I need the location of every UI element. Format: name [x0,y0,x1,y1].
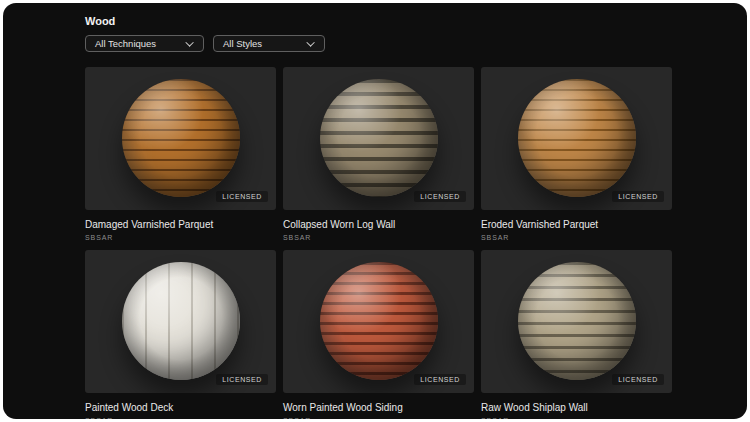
material-title: Collapsed Worn Log Wall [283,219,474,230]
styles-dropdown-value: All Styles [223,38,262,49]
material-sphere-preview [122,79,240,197]
material-sphere-preview [320,79,438,197]
material-title: Damaged Varnished Parquet [85,219,276,230]
material-thumbnail[interactable]: LICENSED [283,250,474,393]
techniques-dropdown-value: All Techniques [95,38,156,49]
styles-dropdown[interactable]: All Styles [213,35,325,52]
material-thumbnail[interactable]: LICENSED [85,67,276,210]
licensed-badge: LICENSED [612,374,664,385]
material-title: Painted Wood Deck [85,402,276,413]
material-format: SBSAR [481,417,672,419]
app-window: Wood All Techniques All Styles LICENSED … [3,3,747,419]
material-format: SBSAR [283,417,474,419]
material-card[interactable]: LICENSED Raw Wood Shiplap Wall SBSAR [481,250,672,419]
material-format: SBSAR [85,234,276,241]
material-title: Raw Wood Shiplap Wall [481,402,672,413]
material-card[interactable]: LICENSED Eroded Varnished Parquet SBSAR [481,67,672,241]
material-sphere-preview [320,262,438,380]
material-sphere-preview [518,262,636,380]
filter-bar: All Techniques All Styles [85,35,672,52]
licensed-badge: LICENSED [414,374,466,385]
page-title: Wood [85,15,672,27]
material-title: Worn Painted Wood Siding [283,402,474,413]
material-card[interactable]: LICENSED Collapsed Worn Log Wall SBSAR [283,67,474,241]
material-sphere-preview [518,79,636,197]
material-thumbnail[interactable]: LICENSED [283,67,474,210]
licensed-badge: LICENSED [216,374,268,385]
licensed-badge: LICENSED [414,191,466,202]
material-card[interactable]: LICENSED Painted Wood Deck SBSAR [85,250,276,419]
material-grid: LICENSED Damaged Varnished Parquet SBSAR… [85,67,672,419]
material-format: SBSAR [85,417,276,419]
material-format: SBSAR [481,234,672,241]
chevron-down-icon [306,38,314,46]
material-card[interactable]: LICENSED Worn Painted Wood Siding SBSAR [283,250,474,419]
material-thumbnail[interactable]: LICENSED [85,250,276,393]
material-thumbnail[interactable]: LICENSED [481,250,672,393]
material-card[interactable]: LICENSED Damaged Varnished Parquet SBSAR [85,67,276,241]
material-format: SBSAR [283,234,474,241]
main-content: Wood All Techniques All Styles LICENSED … [85,15,672,419]
material-title: Eroded Varnished Parquet [481,219,672,230]
material-sphere-preview [122,262,240,380]
licensed-badge: LICENSED [612,191,664,202]
techniques-dropdown[interactable]: All Techniques [85,35,204,52]
material-thumbnail[interactable]: LICENSED [481,67,672,210]
chevron-down-icon [185,38,193,46]
licensed-badge: LICENSED [216,191,268,202]
